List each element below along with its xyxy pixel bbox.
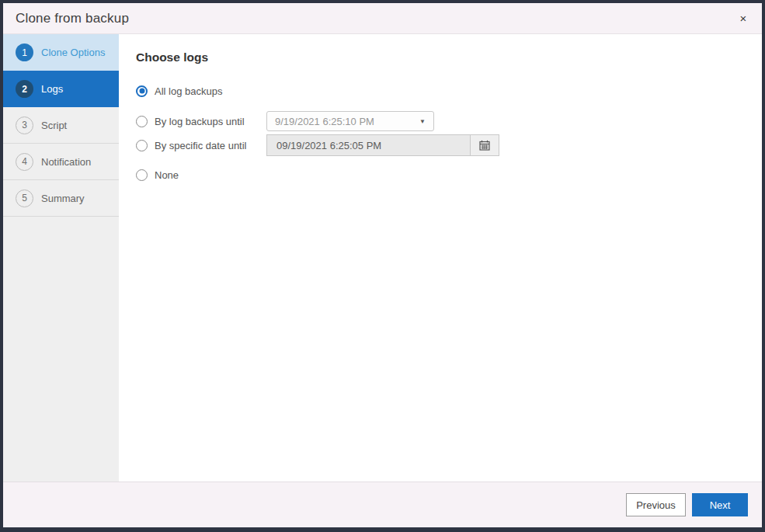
dialog-footer: Previous Next [3,482,762,527]
next-button[interactable]: Next [692,493,748,516]
option-row-by-specific-date: By specific date until 09/19/2021 6:25:0… [136,134,762,156]
step-label: Script [41,120,67,131]
log-backup-datetime-value: 9/19/2021 6:25:10 PM [275,116,419,127]
sidebar-step-script[interactable]: 3 Script [3,107,119,144]
log-options-group: All log backups By log backups until 9/1… [136,83,762,183]
step-label: Notification [41,156,91,168]
log-backup-datetime-dropdown[interactable]: 9/19/2021 6:25:10 PM ▼ [266,111,434,131]
specific-date-field: 09/19/2021 6:25:05 PM [266,134,499,156]
step-label: Logs [41,83,63,95]
none-radio[interactable] [136,169,148,181]
step-label: Clone Options [41,47,105,58]
sidebar-step-notification[interactable]: 4 Notification [3,144,119,180]
step-label: Summary [41,193,85,204]
by-specific-date-radio[interactable] [136,140,148,151]
step-number-badge: 2 [16,80,33,98]
wizard-steps-sidebar: 1 Clone Options 2 Logs 3 Script 4 Notifi… [3,34,119,482]
sidebar-step-summary[interactable]: 5 Summary [3,180,119,217]
by-log-backups-label: By log backups until [155,116,245,127]
close-icon[interactable]: × [735,11,751,26]
option-row-by-log-backups: By log backups until 9/19/2021 6:25:10 P… [136,111,762,131]
step-number-badge: 3 [16,116,33,134]
sidebar-filler [3,217,119,482]
option-row-all-log-backups: All log backups [136,83,762,99]
dialog-title: Clone from backup [16,11,129,26]
all-log-backups-option[interactable]: All log backups [136,85,266,97]
calendar-picker-button[interactable] [470,135,499,155]
option-row-none: None [136,167,762,183]
dialog-titlebar: Clone from backup × [3,3,762,34]
step-number-badge: 5 [16,190,33,207]
step-number-badge: 4 [16,153,33,171]
all-log-backups-label: All log backups [155,85,222,97]
by-log-backups-option[interactable]: By log backups until [136,116,266,127]
by-specific-date-option[interactable]: By specific date until [136,140,266,151]
step-number-badge: 1 [16,43,33,61]
specific-date-input[interactable]: 09/19/2021 6:25:05 PM [267,135,470,155]
by-log-backups-radio[interactable] [136,116,148,127]
page-title: Choose logs [136,50,762,65]
by-specific-date-label: By specific date until [155,140,247,151]
clone-from-backup-dialog: Clone from backup × 1 Clone Options 2 Lo… [0,0,765,532]
calendar-icon [479,140,490,151]
chevron-down-icon: ▼ [419,118,426,125]
sidebar-step-logs[interactable]: 2 Logs [3,71,119,107]
none-label: None [155,169,179,181]
sidebar-step-clone-options[interactable]: 1 Clone Options [3,34,119,71]
none-option[interactable]: None [136,169,266,181]
all-log-backups-radio[interactable] [136,85,148,97]
logs-step-panel: Choose logs All log backups By log backu… [119,34,762,482]
previous-button[interactable]: Previous [626,493,686,516]
